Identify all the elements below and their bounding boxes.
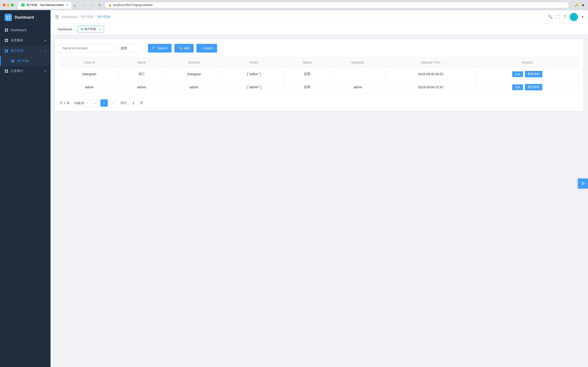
svg-rect-8 <box>5 39 6 40</box>
add-button[interactable]: ✏️ Add <box>174 44 194 52</box>
reset-password-button-2[interactable]: 重置密码 <box>525 84 542 90</box>
sidebar-item-dashboard[interactable]: Dashboard <box>0 25 51 35</box>
svg-rect-22 <box>5 71 6 73</box>
address-bar-url: localhost:9527/#/gray/user/list <box>113 3 153 7</box>
svg-rect-18 <box>11 61 13 62</box>
sidebar-logo: Dashboard <box>0 10 51 25</box>
cell-roles-1: [ "editor" ] <box>224 68 284 81</box>
app-container: Dashboard Dashboard <box>0 10 588 367</box>
header-actions: 🔍 ⛶ T 🌐 ▾ <box>548 13 583 21</box>
forward-button[interactable]: › <box>90 2 95 8</box>
add-btn-icon: ✏️ <box>179 46 182 50</box>
hamburger-icon[interactable]: ☰ <box>55 15 59 19</box>
cell-account-2: admin <box>164 81 224 94</box>
user-mgmt-icon <box>5 49 8 53</box>
svg-rect-11 <box>7 41 8 42</box>
tab-user-list[interactable]: 用户列表 ✕ <box>78 26 104 33</box>
svg-rect-21 <box>7 69 8 71</box>
next-page-button[interactable]: › <box>109 99 116 107</box>
sidebar-menu: Dashboard 灰度服务 ▾ <box>0 25 51 367</box>
bookmark-icon[interactable]: ★ <box>581 3 585 7</box>
maximize-window-btn[interactable] <box>11 4 14 6</box>
fullscreen-icon[interactable]: ⛶ <box>556 15 560 19</box>
sidebar-item-dashboard-label: Dashboard <box>10 28 26 32</box>
cell-user-id-1: zhangsan <box>60 68 119 81</box>
tab-user-list-label: 用户列表 <box>84 27 96 31</box>
font-size-icon[interactable]: T <box>564 15 566 19</box>
cell-status-2: 启用 <box>284 81 330 94</box>
page-goto-prefix: 前往 <box>121 101 127 105</box>
content-card: 启用 禁用 ▾ 🔍 Search ✏️ Add ↓ <box>55 39 583 111</box>
close-window-btn[interactable] <box>3 4 6 6</box>
sidebar-item-user-mgmt[interactable]: 用户管理 ▾ <box>0 46 51 56</box>
sidebar-item-audit[interactable]: 记录审计 ▾ <box>0 66 51 76</box>
filter-bar: 启用 禁用 ▾ 🔍 Search ✏️ Add ↓ <box>60 44 579 52</box>
edit-button-1[interactable]: Edit <box>512 71 523 77</box>
user-mgmt-submenu: 用户列表 <box>0 56 51 66</box>
col-operator: Operator <box>330 57 386 68</box>
tab-close-icon[interactable]: ✕ <box>99 28 101 31</box>
new-tab-button[interactable]: + <box>72 3 78 9</box>
svg-point-2 <box>6 18 8 19</box>
browser-tab-title: 用户列表 - Vue Element Admin <box>26 3 64 7</box>
prev-page-button[interactable]: ‹ <box>92 99 99 107</box>
page-goto-input[interactable] <box>128 100 138 106</box>
user-table: User Id Name Account Roles Status Operat… <box>60 57 579 94</box>
browser-window-controls <box>3 4 14 6</box>
reset-password-button-1[interactable]: 重置密码 <box>525 71 542 77</box>
cell-name-1: 张三 <box>119 68 164 81</box>
status-select[interactable]: 启用 禁用 <box>118 44 145 52</box>
cell-user-id-2: admin <box>60 81 119 94</box>
sidebar: Dashboard Dashboard <box>0 10 51 367</box>
search-header-icon[interactable]: 🔍 <box>548 15 553 19</box>
breadcrumb-sep-1: / <box>79 15 80 19</box>
refresh-button[interactable]: ↻ <box>97 2 103 8</box>
export-btn-icon: ↓ <box>200 46 202 50</box>
name-account-input[interactable] <box>60 44 115 52</box>
search-btn-label: Search <box>157 46 167 50</box>
back-button[interactable]: ‹ <box>82 2 88 8</box>
svg-rect-15 <box>7 51 8 52</box>
page-size-select[interactable]: 10条/页 20条/页 50条/页 <box>72 100 90 106</box>
actions-cell-1: Edit 重置密码 <box>480 71 575 77</box>
col-name: Name <box>119 57 164 68</box>
breadcrumb-dashboard[interactable]: Dashboard <box>61 15 78 19</box>
dashboard-icon <box>5 28 8 32</box>
chevron-down-icon[interactable]: ▾ <box>582 15 583 19</box>
cell-name-2: Admin <box>119 81 164 94</box>
minimize-window-btn[interactable] <box>7 4 10 6</box>
logo-icon <box>5 14 12 21</box>
user-avatar[interactable]: 🌐 <box>570 13 578 21</box>
page-1-button[interactable]: 1 <box>100 99 108 107</box>
address-bar[interactable]: 🔒 localhost:9527/#/gray/user/list <box>104 2 569 8</box>
page-goto: 前往 页 <box>121 100 143 106</box>
search-button[interactable]: 🔍 Search <box>148 44 172 52</box>
svg-rect-17 <box>13 60 14 61</box>
edit-button-2[interactable]: Edit <box>512 84 523 90</box>
floating-settings-button[interactable]: ⚙ <box>578 178 588 189</box>
lock-icon: 🔒 <box>108 3 112 7</box>
col-actions: Actions <box>476 57 579 68</box>
table-header-row: User Id Name Account Roles Status Operat… <box>60 57 579 68</box>
browser-nav: ‹ › ↻ 🔒 localhost:9527/#/gray/user/list … <box>82 2 585 8</box>
page-goto-suffix: 页 <box>140 101 143 105</box>
browser-toolbar-actions: 🔑 ★ <box>574 3 585 7</box>
audit-arrow-icon: ▾ <box>45 70 46 73</box>
svg-point-0 <box>6 16 8 17</box>
svg-rect-7 <box>7 30 8 32</box>
sidebar-item-user-list[interactable]: 用户列表 <box>0 56 51 66</box>
cell-roles-2: [ "admin" ] <box>224 81 284 94</box>
browser-tab-active[interactable]: 用户列表 - Vue Element Admin ✕ <box>17 1 72 9</box>
breadcrumb-user-mgmt[interactable]: 用户管理 <box>81 15 94 19</box>
sidebar-item-gray[interactable]: 灰度服务 ▾ <box>0 35 51 46</box>
svg-rect-5 <box>7 28 8 30</box>
user-mgmt-arrow-icon: ▾ <box>45 50 46 52</box>
key-icon[interactable]: 🔑 <box>574 3 578 7</box>
export-button[interactable]: ↓ Export <box>196 44 217 52</box>
svg-rect-6 <box>5 30 6 32</box>
browser-tab-close[interactable]: ✕ <box>66 4 68 7</box>
page-header: ☰ Dashboard / 用户管理 / 用户列表 🔍 ⛶ T 🌐 ▾ <box>51 10 588 24</box>
search-btn-icon: 🔍 <box>152 46 156 50</box>
tab-dashboard[interactable]: Dashboard <box>54 26 76 32</box>
svg-point-1 <box>9 16 10 17</box>
